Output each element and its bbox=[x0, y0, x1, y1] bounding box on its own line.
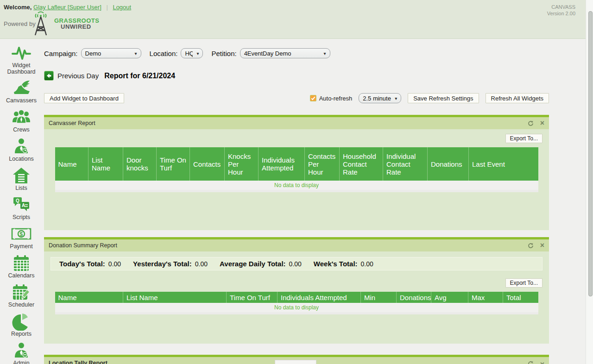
location-tally-partial-dropdown[interactable] bbox=[275, 360, 316, 364]
filters-row: Campaign: Demo ▾ Location: HQ ▾ Petition… bbox=[44, 48, 330, 58]
sidebar-item-label: Crews bbox=[13, 126, 29, 133]
widget-close-icon[interactable]: × bbox=[540, 119, 544, 127]
sidebar-item-crews[interactable]: Crews bbox=[0, 108, 43, 133]
column-header[interactable]: Donations bbox=[397, 292, 431, 303]
column-header[interactable]: Individuals Attempted bbox=[259, 147, 305, 181]
column-header[interactable]: Name bbox=[55, 147, 88, 181]
column-header[interactable]: Contacts Per Hour bbox=[305, 147, 340, 181]
location-value: HQ bbox=[185, 50, 193, 57]
sidebar-item-admin[interactable]: Admin bbox=[0, 341, 43, 364]
scrollbar-thumb[interactable] bbox=[588, 11, 593, 296]
svg-text:A: A bbox=[22, 203, 25, 208]
arrow-left-icon bbox=[45, 72, 52, 79]
widget-refresh-icon[interactable] bbox=[528, 361, 534, 364]
column-header[interactable]: Time On Turf bbox=[157, 147, 190, 181]
sidebar-item-payment[interactable]: $ Payment bbox=[0, 225, 43, 250]
column-header[interactable]: List Name bbox=[123, 292, 227, 303]
add-widget-button[interactable]: Add Widget to Dashboard bbox=[44, 93, 124, 103]
sidebar-item-label: Canvassers bbox=[6, 97, 37, 104]
widget-refresh-icon[interactable] bbox=[528, 243, 534, 249]
column-header[interactable]: Last Event bbox=[469, 147, 538, 181]
location-select[interactable]: HQ ▾ bbox=[181, 48, 203, 58]
chevron-down-icon: ▾ bbox=[135, 51, 137, 56]
sidebar-item-canvassers[interactable]: Canvassers bbox=[0, 79, 43, 104]
column-header[interactable]: Min bbox=[361, 292, 397, 303]
location-label: Location: bbox=[150, 50, 178, 57]
auto-refresh-label: Auto-refresh bbox=[319, 95, 353, 102]
sidebar-item-calendars[interactable]: Calendars bbox=[0, 254, 43, 279]
widget-body: Export To... Name List Name Door knocks … bbox=[44, 129, 549, 192]
yesterdays-total-label: Yesterday's Total: bbox=[133, 260, 192, 268]
main-content: Campaign: Demo ▾ Location: HQ ▾ Petition… bbox=[43, 39, 586, 364]
donation-summary-table: Name List Name Time On Turf Individuals … bbox=[55, 292, 538, 303]
sidebar-item-scheduler[interactable]: Scheduler bbox=[0, 283, 43, 308]
column-header[interactable]: Name bbox=[55, 292, 123, 303]
widget-close-icon[interactable]: × bbox=[540, 242, 544, 249]
sidebar-item-locations[interactable]: Locations bbox=[0, 137, 43, 162]
widget-refresh-icon[interactable] bbox=[528, 120, 534, 126]
column-header[interactable]: List Name bbox=[88, 147, 123, 181]
sidebar-nav: Widget Dashboard Canvassers Crews bbox=[0, 39, 43, 364]
qa-speech-bubbles-icon: Q A bbox=[12, 195, 31, 214]
empty-state-message: No data to display bbox=[55, 303, 538, 312]
sidebar-item-label: Locations bbox=[9, 156, 34, 162]
column-header[interactable]: Time On Turf bbox=[227, 292, 278, 303]
pulse-icon bbox=[11, 44, 32, 62]
svg-text:$: $ bbox=[20, 231, 23, 238]
column-header[interactable]: Individuals Attempted bbox=[278, 292, 361, 303]
weeks-total-value: 0.00 bbox=[361, 260, 373, 268]
export-button[interactable]: Export To... bbox=[505, 134, 543, 143]
widget-header: Canvasser Report × bbox=[44, 117, 549, 129]
widget-body: Today's Total: 0.00 Yesterday's Total: 0… bbox=[44, 251, 549, 314]
dashboard-toolbar: Add Widget to Dashboard Auto-refresh 2.5… bbox=[44, 93, 549, 103]
previous-day-button[interactable] bbox=[44, 71, 54, 81]
todays-total-value: 0.00 bbox=[108, 260, 121, 268]
calendar-pencil-icon bbox=[12, 283, 31, 301]
export-button[interactable]: Export To... bbox=[505, 278, 543, 288]
column-header[interactable]: Knocks Per Hour bbox=[225, 147, 259, 181]
auto-refresh-checkbox[interactable] bbox=[310, 95, 316, 101]
canvasser-report-table: Name List Name Door knocks Time On Turf … bbox=[55, 147, 538, 181]
sidebar-item-scripts[interactable]: Q A Scripts bbox=[0, 195, 43, 220]
campaign-select[interactable]: Demo ▾ bbox=[81, 48, 141, 58]
todays-total-label: Today's Total: bbox=[59, 260, 105, 268]
chevron-down-icon: ▾ bbox=[324, 51, 326, 56]
refresh-interval-select[interactable]: 2.5 minutes ▾ bbox=[359, 93, 401, 103]
save-refresh-settings-button[interactable]: Save Refresh Settings bbox=[408, 93, 479, 103]
table-footer-strip bbox=[55, 312, 538, 314]
petition-value: 4EventDay Demo bbox=[244, 50, 320, 57]
welcome-text: Welcome, bbox=[4, 4, 32, 11]
sidebar-item-label: Payment bbox=[10, 243, 32, 250]
petition-label: Petition: bbox=[211, 50, 236, 57]
column-header[interactable]: Contacts bbox=[190, 147, 225, 181]
winged-shoe-icon bbox=[12, 79, 31, 97]
petition-select[interactable]: 4EventDay Demo ▾ bbox=[240, 48, 330, 58]
average-daily-total-label: Average Daily Total: bbox=[220, 260, 286, 268]
report-nav: Previous Day Report for 6/21/2024 bbox=[44, 71, 175, 81]
average-daily-total-value: 0.00 bbox=[289, 260, 302, 268]
sidebar-item-widget-dashboard[interactable]: Widget Dashboard bbox=[0, 44, 43, 75]
sidebar-item-label: Scheduler bbox=[8, 301, 34, 308]
logout-link[interactable]: Logout bbox=[113, 4, 131, 11]
version-number: Version 2.00 bbox=[547, 10, 575, 17]
sidebar-item-reports[interactable]: Reports bbox=[0, 312, 43, 337]
column-header[interactable]: Donations bbox=[428, 147, 469, 181]
brand-line2: UNWIRED bbox=[54, 24, 99, 30]
column-header[interactable]: Individual Contact Rate bbox=[383, 147, 428, 181]
previous-day-label[interactable]: Previous Day bbox=[57, 72, 99, 80]
column-header[interactable]: Avg bbox=[431, 292, 468, 303]
widget-close-icon[interactable]: × bbox=[540, 361, 544, 364]
person-admin-icon bbox=[12, 341, 31, 360]
app-name: CANVASS bbox=[547, 4, 575, 10]
sidebar-item-lists[interactable]: Lists bbox=[0, 166, 43, 191]
column-header[interactable]: Max bbox=[468, 292, 503, 303]
antenna-tower-icon bbox=[29, 11, 53, 36]
column-header[interactable]: Total bbox=[503, 292, 538, 303]
user-link[interactable]: Glay Lafleur [Super User] bbox=[33, 4, 101, 11]
column-header[interactable]: Door knocks bbox=[123, 147, 157, 181]
app-version: CANVASS Version 2.00 bbox=[547, 4, 575, 17]
column-header[interactable]: Household Contact Rate bbox=[340, 147, 383, 181]
sidebar-item-label: Reports bbox=[11, 331, 32, 337]
refresh-all-widgets-button[interactable]: Refresh All Widgets bbox=[486, 93, 549, 103]
sidebar-item-label: Scripts bbox=[13, 214, 30, 220]
